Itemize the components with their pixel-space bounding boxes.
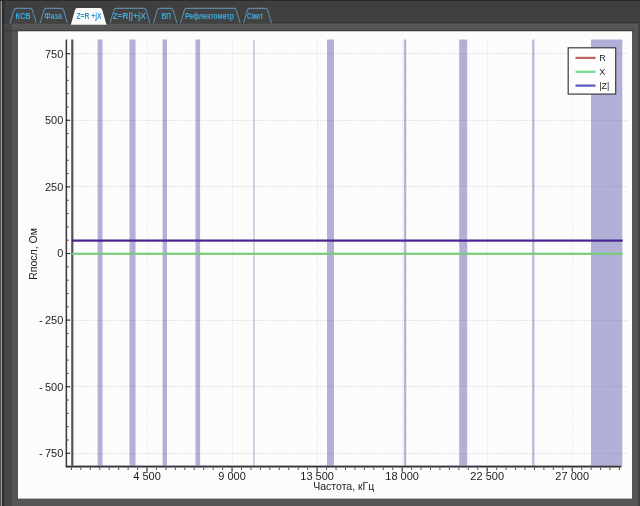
svg-text:ВП: ВП — [161, 11, 171, 21]
svg-text:Смит: Смит — [247, 11, 263, 21]
svg-text:4 500: 4 500 — [133, 470, 161, 482]
svg-text:18 000: 18 000 — [385, 470, 419, 482]
svg-text:27 000: 27 000 — [555, 470, 589, 482]
svg-text:Z=R +jX: Z=R +jX — [76, 11, 102, 21]
svg-text:22 500: 22 500 — [470, 470, 504, 482]
svg-text:- 750: - 750 — [39, 447, 63, 459]
svg-text:Z=R||+jX: Z=R||+jX — [113, 11, 146, 21]
svg-text:- 500: - 500 — [39, 381, 63, 393]
svg-text:- 250: - 250 — [39, 314, 63, 326]
svg-text:Rпосл, Ом: Rпосл, Ом — [27, 228, 39, 280]
svg-text:Фаза: Фаза — [44, 11, 62, 21]
svg-text:Рефлектометр: Рефлектометр — [185, 11, 234, 21]
svg-text:0: 0 — [57, 247, 63, 259]
svg-text:|Z|: |Z| — [599, 81, 609, 91]
svg-text:750: 750 — [45, 48, 63, 60]
svg-text:250: 250 — [45, 181, 63, 193]
svg-text:X: X — [599, 67, 605, 77]
svg-text:R: R — [599, 53, 606, 63]
svg-text:КСВ: КСВ — [16, 11, 31, 21]
svg-text:500: 500 — [45, 114, 63, 126]
svg-text:Частота, кГц: Частота, кГц — [313, 480, 374, 492]
svg-text:9 000: 9 000 — [218, 470, 246, 482]
